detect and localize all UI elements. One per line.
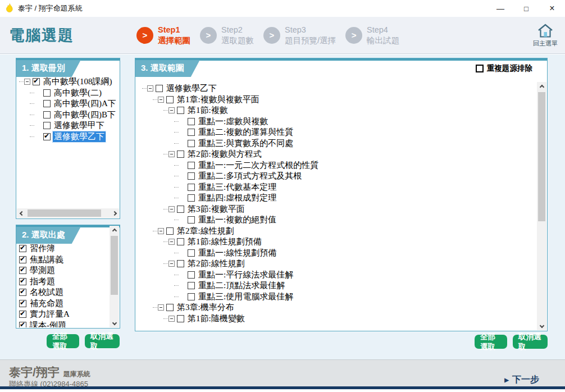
checkbox[interactable]: [19, 289, 26, 296]
expander-icon[interactable]: [168, 239, 175, 245]
scroll-down-icon[interactable]: [110, 318, 119, 327]
tree-label[interactable]: 重點一:線性規劃預備: [197, 248, 277, 258]
tree-row[interactable]: 第2章:線性規劃: [142, 226, 535, 237]
checkbox[interactable]: [188, 184, 195, 191]
item-label[interactable]: 焦點講義: [29, 254, 65, 265]
checkbox[interactable]: [177, 315, 184, 322]
tree-label[interactable]: 重點一:一元二次方程式根的性質: [197, 160, 320, 171]
checkbox[interactable]: [33, 78, 40, 85]
expander-icon[interactable]: [168, 107, 175, 113]
tree-row[interactable]: 重點一:複數的絕對值: [142, 215, 535, 226]
checkbox[interactable]: [188, 118, 195, 125]
scrollbar-thumb[interactable]: [111, 236, 118, 295]
expander-icon[interactable]: [147, 85, 153, 92]
scope-select-all-button[interactable]: 全部選取: [475, 335, 507, 349]
tree-row[interactable]: 重點一:虛數與複數: [142, 116, 535, 127]
next-step-button[interactable]: ▶ 下一步: [504, 374, 539, 386]
checkbox[interactable]: [188, 140, 195, 147]
expander-icon[interactable]: [168, 206, 175, 212]
item-label[interactable]: 課本-例題: [29, 320, 67, 327]
tree-row[interactable]: 重點三:與實數系的不同處: [142, 138, 535, 149]
tree-row[interactable]: 重點二:複數的運算與性質: [142, 127, 535, 138]
wizard-step[interactable]: > Step2 選取題數: [200, 25, 254, 46]
vertical-scrollbar[interactable]: [110, 226, 119, 327]
checkbox[interactable]: [177, 151, 184, 158]
tree-label[interactable]: 重點三:代數基本定理: [197, 182, 277, 193]
item-label[interactable]: 補充命題: [29, 298, 65, 309]
checkbox[interactable]: [166, 96, 174, 103]
tree-row[interactable]: 選修數學乙下: [142, 83, 535, 94]
list-item[interactable]: 課本-例題: [19, 320, 108, 328]
checkbox[interactable]: [43, 100, 51, 107]
expander-icon[interactable]: [158, 228, 164, 234]
tree-label[interactable]: 重點一:複數的絕對值: [197, 215, 277, 225]
list-item[interactable]: 學測題: [19, 265, 108, 276]
scrollbar-thumb[interactable]: [538, 92, 545, 221]
checkbox[interactable]: [19, 311, 26, 318]
maximize-button[interactable]: □: [513, 0, 539, 17]
checkbox[interactable]: [177, 260, 184, 267]
tree-row[interactable]: 重點二:頂點法求最佳解: [142, 280, 535, 291]
checkbox[interactable]: [19, 278, 26, 285]
scroll-up-icon[interactable]: [110, 226, 119, 235]
list-item[interactable]: 習作簿: [19, 243, 108, 254]
tree-row[interactable]: 第2節:線性規劃: [142, 258, 535, 270]
tree-row[interactable]: 第3章:機率分布: [142, 302, 535, 313]
tree-label[interactable]: 選修數學乙下: [165, 83, 218, 94]
item-label[interactable]: 習作簿: [29, 243, 56, 254]
wizard-step[interactable]: > Step3 題目預覽/選擇: [263, 25, 336, 46]
tree-label[interactable]: 第2節:複數與方程式: [186, 149, 263, 159]
tree-label[interactable]: 第1節:線性規劃預備: [186, 236, 263, 247]
tree-row[interactable]: 第3節:複數平面: [142, 204, 535, 215]
dedupe-option[interactable]: 重複題源排除: [472, 61, 536, 76]
scroll-left-icon[interactable]: [17, 208, 26, 218]
checkbox[interactable]: [43, 122, 51, 129]
checkbox[interactable]: [188, 129, 195, 136]
checkbox[interactable]: [177, 206, 184, 213]
wizard-step[interactable]: > Step1 選擇範圍: [136, 25, 190, 46]
tree-label[interactable]: 重點二:多項式方程式及其根: [197, 171, 303, 181]
scroll-down-icon[interactable]: [537, 321, 546, 330]
horizontal-scrollbar[interactable]: [17, 208, 119, 218]
tree-row[interactable]: 第1章:複數與複數平面: [142, 94, 535, 106]
tree-label[interactable]: 重點二:複數的運算與性質: [197, 127, 294, 138]
tree-label[interactable]: 第1章:複數與複數平面: [176, 94, 261, 105]
checkbox[interactable]: [156, 85, 163, 92]
checkbox[interactable]: [166, 304, 174, 311]
checkbox[interactable]: [19, 322, 26, 327]
checkbox[interactable]: [188, 194, 195, 202]
tree-label[interactable]: 高中數學(二): [53, 88, 103, 98]
tree-row[interactable]: 高中數學(四)B下: [19, 110, 117, 121]
checkbox[interactable]: [188, 216, 195, 224]
source-select-all-button[interactable]: 全部選取: [47, 334, 79, 348]
tree-label[interactable]: 第1節:隨機變數: [186, 313, 246, 324]
vertical-scrollbar[interactable]: [537, 82, 546, 330]
tree-row[interactable]: 高中數學(四)A下: [19, 98, 117, 110]
scope-deselect-all-button[interactable]: 取消選取: [513, 335, 548, 349]
tree-row[interactable]: 第1節:線性規劃預備: [142, 236, 535, 248]
checkbox[interactable]: [19, 267, 26, 274]
tree-row[interactable]: 重點三:使用電腦求最佳解: [142, 291, 535, 303]
checkbox[interactable]: [177, 238, 184, 245]
checkbox[interactable]: [43, 89, 51, 97]
scroll-right-icon[interactable]: [110, 208, 119, 218]
scroll-up-icon[interactable]: [537, 82, 546, 92]
tree-label[interactable]: 高中數學(四)A下: [53, 98, 117, 109]
tree-row[interactable]: 第1節:複數: [142, 105, 535, 116]
tree-row[interactable]: 第1節:隨機變數: [142, 313, 535, 325]
tree-label[interactable]: 重點一:虛數與複數: [197, 116, 269, 127]
tree-label[interactable]: 第3章:機率分布: [176, 302, 235, 313]
tree-row[interactable]: 高中數學(108課綱): [19, 76, 117, 88]
checkbox[interactable]: [188, 162, 195, 169]
scrollbar-thumb[interactable]: [28, 209, 101, 217]
expander-icon[interactable]: [24, 79, 30, 85]
wizard-step[interactable]: > Step4 輸出試題: [345, 25, 399, 46]
checkbox[interactable]: [188, 172, 195, 180]
tree-row[interactable]: 選修數學甲下: [19, 120, 117, 131]
list-item[interactable]: 名校試題: [19, 287, 108, 298]
item-label[interactable]: 名校試題: [29, 287, 65, 298]
expander-icon[interactable]: [168, 151, 175, 157]
tree-row[interactable]: 重點一:平行線法求最佳解: [142, 270, 535, 281]
tree-label[interactable]: 第2章:線性規劃: [176, 226, 235, 236]
close-button[interactable]: ×: [539, 0, 565, 17]
